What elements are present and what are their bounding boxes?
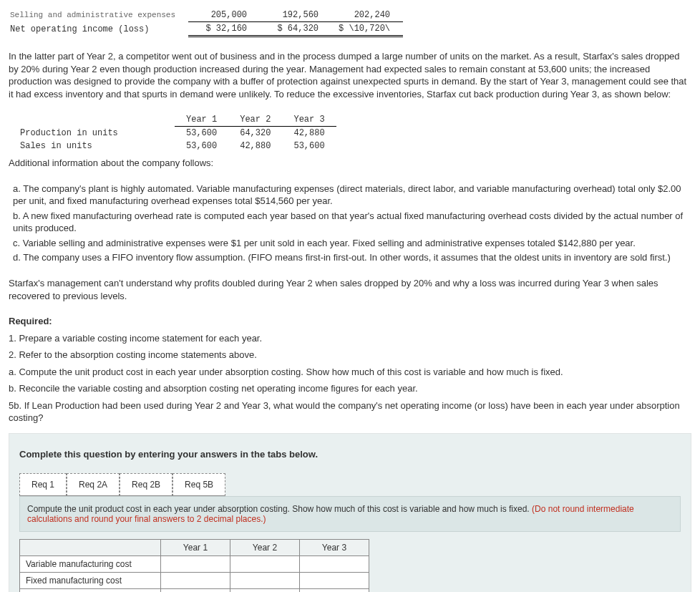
input-fixed-y3[interactable] [300, 573, 369, 589]
input-var-y3[interactable] [300, 556, 369, 573]
answer-panel: Complete this question by entering your … [9, 433, 691, 592]
tab-req-2b[interactable]: Req 2B [120, 473, 172, 496]
row-label: Net operating income (loss) [9, 22, 188, 37]
tab-req-1[interactable]: Req 1 [19, 473, 67, 496]
income-fragment-table: Selling and administrative expenses 205,… [9, 9, 403, 37]
table-row: Variable manufacturing cost [20, 556, 369, 573]
row-label: Production in units [9, 127, 175, 140]
complete-prompt: Complete this question by entering your … [19, 449, 318, 460]
col-year-2: Year 2 [230, 540, 300, 556]
input-unit-y2[interactable] [230, 589, 300, 592]
answer-table: Year 1 Year 2 Year 3 Variable manufactur… [19, 539, 369, 592]
table-row: Fixed manufacturing cost [20, 573, 369, 589]
context-paragraph: In the latter part of Year 2, a competit… [9, 50, 691, 100]
tab-req-2a[interactable]: Req 2A [67, 473, 120, 496]
input-fixed-y2[interactable] [230, 573, 300, 589]
input-unit-y3[interactable] [300, 589, 369, 592]
additional-info-label: Additional information about the company… [9, 157, 691, 170]
lettered-list: a. The company's plant is highly automat… [13, 183, 691, 264]
required-heading: Required: [9, 316, 52, 326]
table-row: Unit product cost [20, 589, 369, 592]
required-block: Required: 1. Prepare a variable costing … [9, 315, 691, 424]
tab-req-5b[interactable]: Req 5B [172, 473, 225, 496]
row-label: Sales in units [9, 140, 175, 152]
tab-bar: Req 1 Req 2A Req 2B Req 5B [19, 473, 681, 496]
row-label: Selling and administrative expenses [9, 9, 188, 22]
input-unit-y1[interactable] [161, 589, 230, 592]
confusion-paragraph: Starfax's management can't understand wh… [9, 277, 691, 302]
production-table: Year 1 Year 2 Year 3 Production in units… [9, 113, 336, 152]
col-year-3: Year 3 [300, 540, 369, 556]
input-var-y1[interactable] [161, 556, 230, 573]
input-fixed-y1[interactable] [161, 573, 230, 589]
input-var-y2[interactable] [230, 556, 300, 573]
col-year-1: Year 1 [161, 540, 230, 556]
tab-prompt: Compute the unit product cost in each ye… [19, 496, 681, 532]
